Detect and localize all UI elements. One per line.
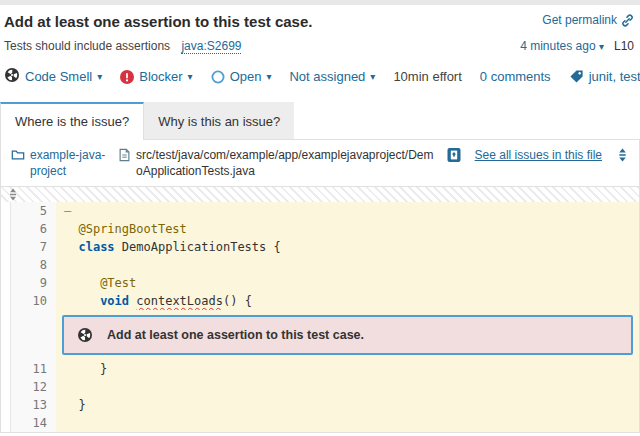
code-line [56, 414, 639, 432]
code-line-row: 6 @SpringBootTest [1, 220, 639, 238]
assignee-label: Not assigned [289, 69, 365, 84]
tags-dropdown[interactable]: junit, tests ▾ [569, 69, 640, 84]
code-token: } [64, 362, 107, 376]
permalink-label: Get permalink [542, 13, 617, 27]
issue-tabs: Where is the issue? Why is this an issue… [0, 102, 640, 139]
rule-description: Tests should include assertions [4, 39, 170, 53]
issue-message-row: Add at least one assertion to this test … [1, 310, 639, 360]
severity-dropdown[interactable]: Blocker ▾ [120, 69, 192, 84]
rule-key-link[interactable]: java:S2699 [181, 39, 241, 54]
line-number[interactable]: 9 [11, 274, 56, 292]
code-line-row: 14 [1, 414, 639, 432]
issues-in-file-button[interactable] [447, 147, 461, 163]
code-line: – [56, 202, 639, 220]
code-token: @SpringBootTest [78, 222, 186, 236]
comments-link[interactable]: 0 comments [480, 69, 551, 84]
gutter-strip [1, 292, 11, 310]
code-line: } [56, 396, 639, 414]
gutter-strip [1, 274, 11, 292]
pin-file-button[interactable] [616, 147, 629, 163]
effort-label: 10min effort [393, 69, 461, 84]
file-header: example-java-project src/test/java/com/e… [1, 140, 639, 187]
file-issues-icon [447, 147, 461, 163]
code-line: @Test [56, 274, 639, 292]
issue-age-label: 4 minutes ago [520, 39, 595, 53]
code-line: @SpringBootTest [56, 220, 639, 238]
gutter-strip [1, 238, 11, 256]
issue-message-cell: Add at least one assertion to this test … [56, 310, 639, 360]
code-line: void contextLoads() { [56, 292, 639, 310]
project-link[interactable]: example-java-project [11, 147, 110, 179]
code-line-row: 7 class DemoApplicationTests { [1, 238, 639, 256]
code-smell-icon [4, 67, 20, 83]
code-token [64, 240, 78, 254]
code-line-row: 13 } [1, 396, 639, 414]
code-line-row: 9 @Test [1, 274, 639, 292]
code-token: – [64, 204, 71, 218]
tag-icon [569, 69, 584, 84]
gutter-strip [1, 378, 11, 396]
gutter-strip [1, 396, 11, 414]
issue-type-dropdown[interactable]: Code Smell ▾ [4, 67, 102, 86]
line-number[interactable] [11, 310, 56, 360]
code-token [64, 276, 100, 290]
code-token: class [78, 240, 114, 254]
open-status-icon [211, 70, 225, 84]
gutter-strip [1, 220, 11, 238]
issue-message-text: Add at least one assertion to this test … [107, 326, 364, 344]
line-number[interactable]: 11 [11, 360, 56, 378]
file-icon [118, 148, 131, 162]
chevron-down-icon: ▾ [266, 71, 271, 82]
tab-where-is-the-issue[interactable]: Where is the issue? [0, 102, 144, 140]
chevron-down-icon: ▾ [599, 41, 604, 52]
line-number[interactable]: 6 [11, 220, 56, 238]
tags-label: junit, tests [589, 69, 640, 84]
code-line: class DemoApplicationTests { [56, 238, 639, 256]
line-number[interactable]: 12 [11, 378, 56, 396]
tab-why-is-this-an-issue[interactable]: Why is this an issue? [144, 102, 294, 139]
line-number[interactable]: 8 [11, 256, 56, 274]
gutter-strip [1, 256, 11, 274]
file-path-text: src/test/java/com/example/app/examplejav… [136, 147, 439, 179]
chevron-down-icon: ▾ [370, 71, 375, 82]
assignee-dropdown[interactable]: Not assigned ▾ [289, 69, 375, 84]
project-folder-icon [11, 148, 25, 162]
issue-type-label: Code Smell [25, 69, 92, 84]
get-permalink-link[interactable]: Get permalink [542, 13, 634, 27]
project-name: example-java-project [30, 147, 110, 179]
expand-lines-above-button[interactable] [7, 187, 19, 206]
chevron-down-icon: ▾ [188, 71, 193, 82]
status-dropdown[interactable]: Open ▾ [211, 69, 272, 84]
code-token: void [100, 294, 129, 308]
issue-age-dropdown[interactable]: 4 minutes ago ▾ [520, 39, 604, 53]
code-token: () { [223, 294, 252, 308]
page-root: Add at least one assertion to this test … [0, 0, 640, 433]
code-line-row: 12 [1, 378, 639, 396]
unfold-vertical-icon [616, 147, 629, 163]
issue-message-box[interactable]: Add at least one assertion to this test … [62, 315, 633, 355]
gutter-strip [1, 310, 11, 360]
code-line-row: 11 } [1, 360, 639, 378]
code-token [64, 222, 78, 236]
see-all-issues-link[interactable]: See all issues in this file [475, 148, 602, 162]
code-token: } [64, 398, 86, 412]
code-smell-icon-slot [4, 67, 20, 86]
status-label: Open [230, 69, 262, 84]
file-path: src/test/java/com/example/app/examplejav… [118, 147, 439, 179]
gutter-strip [1, 414, 11, 432]
issue-snippet-panel: example-java-project src/test/java/com/e… [0, 139, 640, 433]
code-token [64, 294, 100, 308]
line-number[interactable]: 13 [11, 396, 56, 414]
line-number[interactable]: 10 [11, 292, 56, 310]
code-rows: 5–6 @SpringBootTest7 class DemoApplicati… [1, 202, 639, 432]
gutter-strip [1, 360, 11, 378]
code-line-row: 10 void contextLoads() { [1, 292, 639, 310]
code-line-row: 8 [1, 256, 639, 274]
issue-toolbar: Code Smell ▾ Blocker ▾ Open ▾ Not assign… [0, 67, 640, 86]
line-number[interactable]: 7 [11, 238, 56, 256]
code-line [56, 378, 639, 396]
issue-header: Add at least one assertion to this test … [0, 5, 640, 53]
code-token: @Test [100, 276, 136, 290]
line-number[interactable]: 14 [11, 414, 56, 432]
link-icon [621, 14, 634, 27]
